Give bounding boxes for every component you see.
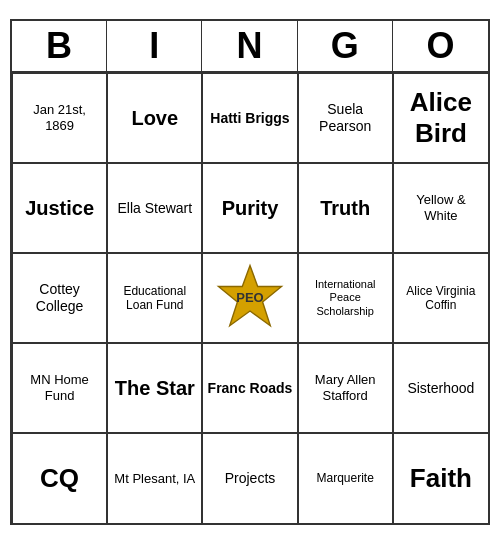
- cell-15: MN Home Fund: [12, 343, 107, 433]
- cell-22: Projects: [202, 433, 297, 523]
- cell-2: Hatti Briggs: [202, 73, 297, 163]
- cell-1: Love: [107, 73, 202, 163]
- cell-7: Purity: [202, 163, 297, 253]
- cell-12-star: PEO: [202, 253, 297, 343]
- header-o: O: [393, 21, 488, 71]
- cell-13: International Peace Scholarship: [298, 253, 393, 343]
- cell-18: Mary Allen Stafford: [298, 343, 393, 433]
- header-n: N: [202, 21, 297, 71]
- cell-10: Cottey College: [12, 253, 107, 343]
- star-label: PEO: [236, 291, 263, 305]
- header-i: I: [107, 21, 202, 71]
- cell-6: Ella Stewart: [107, 163, 202, 253]
- bingo-grid: Jan 21st, 1869 Love Hatti Briggs Suela P…: [12, 73, 488, 523]
- cell-24: Faith: [393, 433, 488, 523]
- cell-21: Mt Plesant, IA: [107, 433, 202, 523]
- cell-0: Jan 21st, 1869: [12, 73, 107, 163]
- header-b: B: [12, 21, 107, 71]
- cell-9: Yellow & White: [393, 163, 488, 253]
- header-g: G: [298, 21, 393, 71]
- cell-19: Sisterhood: [393, 343, 488, 433]
- cell-11: Educational Loan Fund: [107, 253, 202, 343]
- cell-17: Franc Roads: [202, 343, 297, 433]
- cell-3: Suela Pearson: [298, 73, 393, 163]
- bingo-header: B I N G O: [12, 21, 488, 73]
- cell-16: The Star: [107, 343, 202, 433]
- cell-5: Justice: [12, 163, 107, 253]
- cell-20: CQ: [12, 433, 107, 523]
- cell-8: Truth: [298, 163, 393, 253]
- cell-23: Marquerite: [298, 433, 393, 523]
- bingo-card: B I N G O Jan 21st, 1869 Love Hatti Brig…: [10, 19, 490, 525]
- cell-4: Alice Bird: [393, 73, 488, 163]
- cell-14: Alice Virginia Coffin: [393, 253, 488, 343]
